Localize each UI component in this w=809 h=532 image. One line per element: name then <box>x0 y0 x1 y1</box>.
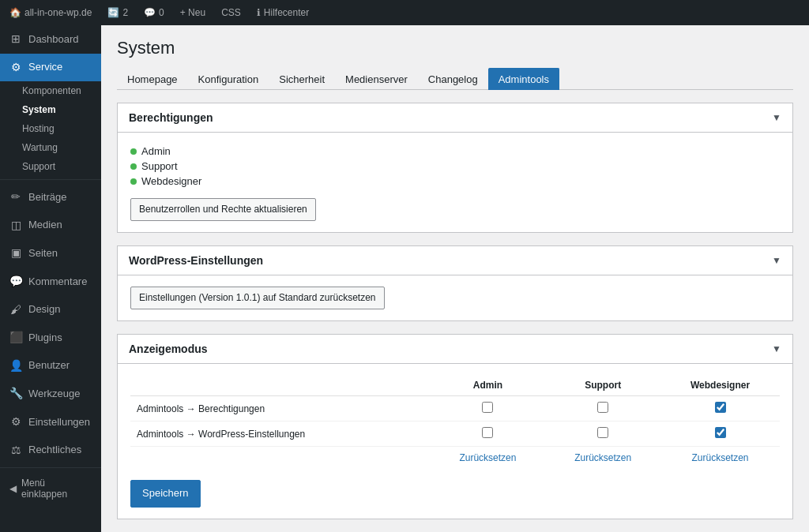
comments-icon: 💬 <box>144 7 156 18</box>
sidebar-sub-item-hosting[interactable]: Hosting <box>0 119 101 138</box>
sidebar-item-einstellungen[interactable]: ⚙ Einstellungen <box>0 408 101 436</box>
section-wp-settings: WordPress-Einstellungen ▼ Einstellungen … <box>117 245 793 321</box>
col-header-admin: Admin <box>431 375 546 396</box>
save-area: Speichern <box>130 480 780 508</box>
sidebar-item-service[interactable]: ⚙ Service <box>0 54 101 82</box>
row2-admin-cell <box>431 421 546 447</box>
collapse-menu-button[interactable]: ◀ Menü einklappen <box>0 471 101 506</box>
section-anzeigemodus-chevron[interactable]: ▼ <box>772 343 781 354</box>
help-icon: ℹ <box>257 7 261 18</box>
home-icon: 🏠 <box>9 7 21 18</box>
table-row: Admintools → WordPress-Einstellungen <box>130 421 780 447</box>
sidebar-sub-item-support[interactable]: Support <box>0 157 101 176</box>
save-button[interactable]: Speichern <box>130 480 201 508</box>
main-layout: ⊞ Dashboard ⚙ Service Komponenten System… <box>0 25 809 532</box>
role-webdesigner: Webdesigner <box>130 174 780 189</box>
rechtliches-icon: ⚖ <box>9 443 22 459</box>
section-berechtigungen-chevron[interactable]: ▼ <box>772 112 781 123</box>
role-admin: Admin <box>130 144 780 159</box>
reset-admin-link[interactable]: Zurücksetzen <box>459 452 516 463</box>
help-link[interactable]: ℹ Hilfecenter <box>254 7 312 18</box>
seiten-icon: ▣ <box>9 245 22 261</box>
section-berechtigungen-body: Admin Support Webdesigner Benutzerrollen… <box>118 133 792 232</box>
sidebar-sub-item-system[interactable]: System <box>0 100 101 119</box>
col-header-webdesigner: Webdesigner <box>660 375 780 396</box>
row2-support-cell <box>545 421 660 447</box>
sidebar-item-werkzeuge[interactable]: 🔧 Werkzeuge <box>0 380 101 408</box>
section-wp-settings-title: WordPress-Einstellungen <box>129 254 263 267</box>
sidebar-item-design[interactable]: 🖌 Design <box>0 296 101 324</box>
service-icon: ⚙ <box>9 60 22 76</box>
sidebar-item-dashboard[interactable]: ⊞ Dashboard <box>0 25 101 54</box>
col-header-label <box>130 375 431 396</box>
reset-settings-button[interactable]: Einstellungen (Version 1.0.1) auf Standa… <box>130 287 385 309</box>
plugins-icon: ⬛ <box>9 330 22 346</box>
role-webdesigner-label: Webdesigner <box>141 175 201 187</box>
table-row: Admintools → Berechtigungen <box>130 396 780 421</box>
section-anzeigemodus-body: Admin Support Webdesigner Admintools → B… <box>118 364 792 519</box>
role-admin-dot <box>130 148 137 155</box>
sidebar-item-rechtliches[interactable]: ⚖ Rechtliches <box>0 436 101 465</box>
row2-support-checkbox[interactable] <box>597 427 608 438</box>
update-roles-button[interactable]: Benutzerrollen und Rechte aktualisieren <box>130 198 316 221</box>
role-support: Support <box>130 159 780 174</box>
comments-link[interactable]: 💬 0 <box>141 7 167 18</box>
col-header-support: Support <box>545 375 660 396</box>
werkzeuge-icon: 🔧 <box>9 386 22 402</box>
role-list: Admin Support Webdesigner <box>130 144 780 189</box>
row2-admin-checkbox[interactable] <box>482 427 493 438</box>
permissions-table: Admin Support Webdesigner Admintools → B… <box>130 375 780 469</box>
row1-webdesigner-checkbox[interactable] <box>715 402 726 413</box>
role-webdesigner-dot <box>130 178 137 185</box>
tab-changelog[interactable]: Changelog <box>418 68 488 90</box>
row2-webdesigner-cell <box>660 421 780 447</box>
section-berechtigungen-header: Berechtigungen ▼ <box>118 103 792 133</box>
reset-support-cell: Zurücksetzen <box>545 447 660 470</box>
reset-support-link[interactable]: Zurücksetzen <box>574 452 631 463</box>
sidebar-item-plugins[interactable]: ⬛ Plugins <box>0 324 101 352</box>
new-link[interactable]: + Neu <box>177 7 209 18</box>
section-wp-settings-chevron[interactable]: ▼ <box>772 255 781 266</box>
beitraege-icon: ✏ <box>9 189 22 205</box>
site-name-link[interactable]: 🏠 all-in-one-wp.de <box>6 7 95 18</box>
tab-sicherheit[interactable]: Sicherheit <box>269 68 335 90</box>
reset-admin-cell: Zurücksetzen <box>431 447 546 470</box>
sidebar-item-kommentare[interactable]: 💬 Kommentare <box>0 268 101 296</box>
design-icon: 🖌 <box>9 302 22 318</box>
admin-bar: 🏠 all-in-one-wp.de 🔄 2 💬 0 + Neu CSS ℹ H… <box>0 0 809 25</box>
css-link[interactable]: CSS <box>218 7 244 18</box>
row1-support-checkbox[interactable] <box>597 402 608 413</box>
kommentare-icon: 💬 <box>9 274 22 290</box>
updates-link[interactable]: 🔄 2 <box>104 7 131 18</box>
section-berechtigungen-title: Berechtigungen <box>129 111 213 124</box>
sidebar-item-benutzer[interactable]: 👤 Benutzer <box>0 352 101 380</box>
section-wp-settings-header: WordPress-Einstellungen ▼ <box>118 246 792 275</box>
reset-webdesigner-cell: Zurücksetzen <box>660 447 780 470</box>
table-header-row: Admin Support Webdesigner <box>130 375 780 396</box>
sidebar-sub-item-komponenten[interactable]: Komponenten <box>0 81 101 100</box>
row2-label: Admintools → WordPress-Einstellungen <box>130 421 431 447</box>
sidebar: ⊞ Dashboard ⚙ Service Komponenten System… <box>0 25 101 532</box>
tab-konfiguration[interactable]: Konfiguration <box>188 68 269 90</box>
tab-admintools[interactable]: Admintools <box>488 68 559 90</box>
tab-bar: Homepage Konfiguration Sicherheit Medien… <box>117 68 793 90</box>
tab-homepage[interactable]: Homepage <box>117 68 188 90</box>
role-support-label: Support <box>141 160 178 172</box>
reset-row: Zurücksetzen Zurücksetzen Zurücksetzen <box>130 447 780 470</box>
medien-icon: ◫ <box>9 218 22 234</box>
sidebar-item-seiten[interactable]: ▣ Seiten <box>0 239 101 268</box>
dashboard-icon: ⊞ <box>9 32 22 47</box>
reset-empty-cell <box>130 447 431 470</box>
row2-webdesigner-checkbox[interactable] <box>715 427 726 438</box>
benutzer-icon: 👤 <box>9 358 22 374</box>
sidebar-item-beitraege[interactable]: ✏ Beiträge <box>0 183 101 212</box>
sidebar-item-medien[interactable]: ◫ Medien <box>0 212 101 240</box>
row1-admin-checkbox[interactable] <box>482 402 493 413</box>
tab-medienserver[interactable]: Medienserver <box>335 68 418 90</box>
main-content: System Homepage Konfiguration Sicherheit… <box>101 25 809 532</box>
section-anzeigemodus-header: Anzeigemodus ▼ <box>118 335 792 364</box>
row1-label: Admintools → Berechtigungen <box>130 396 431 421</box>
reset-webdesigner-link[interactable]: Zurücksetzen <box>692 452 749 463</box>
row1-webdesigner-cell <box>660 396 780 421</box>
sidebar-sub-item-wartung[interactable]: Wartung <box>0 138 101 157</box>
